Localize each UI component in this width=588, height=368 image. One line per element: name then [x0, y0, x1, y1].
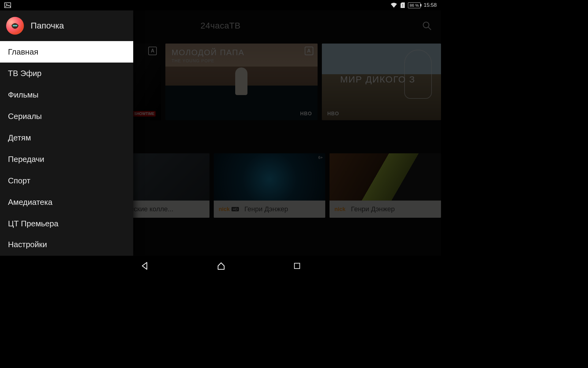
nav-item-kids[interactable]: Детям [0, 127, 133, 148]
nav-item-series[interactable]: Сериалы [0, 105, 133, 127]
battery-indicator: 86 % [408, 2, 421, 8]
nav-home-button[interactable] [217, 261, 226, 270]
nav-item-movies[interactable]: Фильмы [0, 84, 133, 105]
svg-point-1 [6, 4, 7, 5]
nav-item-premiere[interactable]: ЦТ Премьера [0, 213, 133, 234]
drawer-header[interactable]: Папочка [0, 10, 133, 41]
nav-item-shows[interactable]: Передачи [0, 148, 133, 170]
nav-item-label: ТВ Эфир [8, 69, 42, 78]
wifi-icon [390, 2, 398, 8]
nav-item-live-tv[interactable]: ТВ Эфир [0, 63, 133, 84]
svg-rect-7 [294, 263, 300, 268]
nav-item-label: Фильмы [8, 90, 39, 100]
status-time: 15:58 [424, 2, 437, 8]
back-icon [140, 261, 149, 270]
drawer-scrim[interactable] [133, 10, 441, 256]
nav-item-label: Спорт [8, 176, 30, 186]
nav-item-label: ЦТ Премьера [8, 219, 58, 228]
status-bar: ! 86 % 15:58 [0, 0, 441, 10]
avatar-icon [9, 20, 21, 32]
nav-back-button[interactable] [140, 261, 149, 270]
nav-item-label: Детям [8, 133, 31, 143]
nav-item-settings[interactable]: Настройки [0, 234, 133, 249]
nav-recents-button[interactable] [293, 262, 301, 270]
user-name: Папочка [31, 21, 64, 31]
nav-item-label: Настройки [8, 240, 47, 249]
nav-item-label: Амедиатека [8, 197, 52, 207]
svg-rect-6 [13, 27, 17, 29]
home-icon [217, 261, 226, 270]
nav-item-home[interactable]: Главная [0, 41, 133, 63]
avatar [6, 17, 24, 35]
nav-item-sport[interactable]: Спорт [0, 170, 133, 191]
nav-item-amediateka[interactable]: Амедиатека [0, 191, 133, 213]
recents-icon [293, 262, 301, 270]
sd-card-icon: ! [401, 2, 405, 8]
nav-item-label: Передачи [8, 155, 44, 164]
nav-drawer: Папочка Главная ТВ Эфир Фильмы Сериалы Д… [0, 10, 133, 256]
system-nav-bar [0, 256, 441, 276]
nav-item-label: Главная [8, 47, 38, 57]
nav-item-label: Сериалы [8, 112, 42, 121]
app: 24часаТВ A SHOWTIME A МОЛОДОЙ ПАПА THE Y… [0, 10, 441, 256]
screenshot-icon [4, 2, 11, 8]
svg-rect-5 [13, 25, 17, 26]
